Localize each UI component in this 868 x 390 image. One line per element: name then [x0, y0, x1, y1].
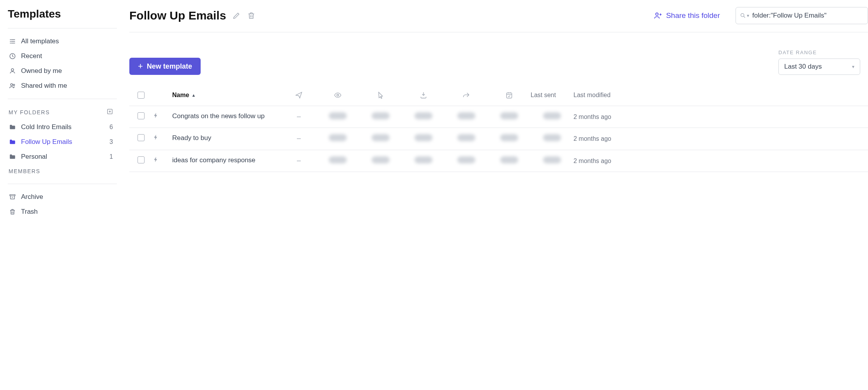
plus-icon: + — [138, 62, 143, 71]
select-all-checkbox[interactable] — [138, 92, 145, 99]
folder-label: Personal — [21, 153, 47, 161]
edit-icon[interactable] — [232, 11, 241, 20]
blurred-value — [543, 112, 561, 119]
sidebar-item-label: Trash — [21, 208, 38, 216]
sidebar-item-label: All templates — [21, 37, 59, 45]
sidebar-item-label: Recent — [21, 52, 42, 60]
svg-point-6 — [656, 13, 658, 15]
template-name[interactable]: Ready to buy — [172, 134, 281, 142]
table-row[interactable]: Congrats on the news follow up – 2 month… — [129, 106, 868, 128]
column-last-sent[interactable]: Last sent — [531, 90, 573, 99]
sent-value: – — [281, 112, 316, 121]
trash-icon — [9, 208, 16, 216]
template-name[interactable]: ideas for company response — [172, 156, 281, 164]
blurred-value — [415, 112, 432, 119]
blurred-value — [543, 134, 561, 141]
bolt-icon — [153, 112, 172, 120]
caret-down-icon: ▾ — [747, 13, 749, 18]
page-title: Follow Up Emails — [129, 9, 226, 22]
bolt-icon — [153, 156, 172, 164]
header: Follow Up Emails Share this folder ▾ — [129, 7, 868, 32]
share-folder-link[interactable]: Share this folder — [654, 11, 720, 20]
svg-point-2 — [11, 83, 12, 85]
column-name[interactable]: Name ▲ — [172, 92, 281, 99]
new-template-button[interactable]: + New template — [129, 58, 201, 75]
share-folder-label: Share this folder — [666, 11, 720, 20]
sidebar-item-label: Shared with me — [21, 82, 67, 90]
date-range-value: Last 30 days — [784, 63, 822, 71]
trash-icon[interactable] — [247, 11, 256, 20]
sidebar-bottom: Archive Trash — [8, 190, 117, 219]
sidebar-item-shared-with-me[interactable]: Shared with me — [8, 78, 117, 93]
search-box[interactable]: ▾ — [736, 7, 868, 24]
blurred-value — [500, 112, 518, 119]
sent-value: – — [281, 156, 316, 165]
sidebar-item-owned-by-me[interactable]: Owned by me — [8, 64, 117, 78]
last-modified: 2 months ago — [573, 156, 612, 165]
folder-icon — [9, 153, 16, 161]
template-name[interactable]: Congrats on the news follow up — [172, 112, 281, 120]
blurred-value — [329, 156, 347, 163]
svg-point-7 — [741, 14, 744, 17]
row-checkbox[interactable] — [138, 156, 145, 163]
sidebar: Templates All templates Recent Owned by … — [0, 0, 117, 390]
list-icon — [9, 37, 16, 45]
last-modified: 2 months ago — [573, 134, 612, 143]
section-heading-label: MEMBERS — [9, 168, 40, 174]
table-row[interactable]: Ready to buy – 2 months ago — [129, 128, 868, 150]
blurred-value — [329, 112, 347, 119]
blurred-value — [457, 134, 475, 141]
templates-table: Name ▲ — [129, 84, 868, 172]
svg-point-8 — [337, 94, 339, 96]
sidebar-item-trash[interactable]: Trash — [8, 204, 117, 219]
column-opens-icon[interactable] — [316, 91, 359, 99]
blurred-value — [329, 134, 347, 141]
row-checkbox[interactable] — [138, 134, 145, 141]
sidebar-title: Templates — [8, 8, 117, 20]
toolbar: + New template DATE RANGE Last 30 days ▾ — [129, 32, 868, 84]
blurred-value — [500, 156, 518, 163]
folder-cold-intro-emails[interactable]: Cold Intro Emails 6 — [8, 120, 117, 135]
folder-label: Follow Up Emails — [21, 138, 72, 146]
column-last-modified[interactable]: Last modified — [573, 90, 612, 99]
blurred-value — [543, 156, 561, 163]
date-range-select[interactable]: Last 30 days ▾ — [778, 58, 860, 75]
divider — [8, 184, 117, 184]
folder-personal[interactable]: Personal 1 — [8, 149, 117, 164]
last-modified: 2 months ago — [573, 112, 612, 121]
table-row[interactable]: ideas for company response – 2 months ag… — [129, 150, 868, 172]
search-icon[interactable]: ▾ — [740, 12, 749, 19]
column-name-label: Name — [172, 92, 189, 99]
clock-icon — [9, 52, 16, 60]
sidebar-item-recent[interactable]: Recent — [8, 49, 117, 64]
folder-count: 6 — [109, 124, 113, 131]
blurred-value — [372, 134, 390, 141]
folder-label: Cold Intro Emails — [21, 123, 71, 131]
add-folder-icon[interactable] — [107, 108, 113, 116]
folder-icon — [9, 138, 16, 146]
folder-count: 1 — [109, 153, 113, 160]
user-icon — [9, 67, 16, 75]
sort-asc-icon: ▲ — [192, 93, 196, 98]
column-scheduled-icon[interactable] — [488, 91, 531, 99]
blurred-value — [372, 112, 390, 119]
members-heading: MEMBERS — [8, 164, 117, 178]
blurred-value — [415, 156, 432, 163]
search-input[interactable] — [752, 12, 864, 20]
row-checkbox[interactable] — [138, 112, 145, 119]
column-downloads-icon[interactable] — [402, 91, 445, 99]
folder-follow-up-emails[interactable]: Follow Up Emails 3 — [8, 135, 117, 149]
date-range-filter: DATE RANGE Last 30 days ▾ — [778, 50, 860, 75]
sidebar-item-all-templates[interactable]: All templates — [8, 34, 117, 49]
sidebar-item-archive[interactable]: Archive — [8, 190, 117, 204]
blurred-value — [457, 156, 475, 163]
column-sent-icon[interactable] — [281, 91, 316, 99]
archive-icon — [9, 193, 16, 201]
folder-count: 3 — [109, 138, 113, 145]
blurred-value — [457, 112, 475, 119]
svg-rect-5 — [10, 195, 15, 196]
table-header: Name ▲ — [129, 84, 868, 106]
column-clicks-icon[interactable] — [359, 91, 402, 99]
column-replies-icon[interactable] — [445, 91, 488, 99]
sidebar-item-label: Archive — [21, 193, 43, 201]
